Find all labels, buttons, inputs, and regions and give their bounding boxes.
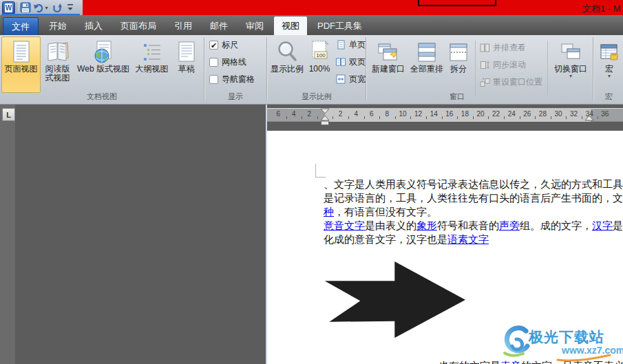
tab-mailings[interactable]: 邮件: [202, 17, 235, 35]
view-side-by-side-button[interactable]: 并排查看: [478, 41, 527, 54]
page-view-button[interactable]: 页面视图: [1, 36, 41, 93]
horizontal-ruler[interactable]: 64224681012141618202224262830323436: [267, 108, 623, 122]
hyperlink[interactable]: 汉字: [592, 220, 613, 231]
ruler-number: 34: [584, 110, 594, 118]
zoom-100-button[interactable]: 100 100%: [306, 36, 333, 93]
read-view-icon: [46, 39, 70, 65]
zoom-button-label: 显示比例: [271, 65, 304, 74]
word-logo-letter: W: [5, 3, 12, 12]
group-show: ✔ 标尺 网格线 导航窗格 显示: [205, 35, 266, 104]
view-side-by-side-icon: [480, 43, 490, 53]
one-page-button[interactable]: 单页: [334, 38, 367, 52]
watermark-site-name: 极光下载站: [529, 328, 604, 347]
ruler-number: 16: [445, 110, 454, 118]
page-canvas[interactable]: 、文字是人类用表义符号记录表达信息以传之，久远的方式和工具。现代文字多是记录语言…: [267, 131, 623, 364]
hyperlink[interactable]: 声旁: [499, 220, 520, 231]
web-view-button[interactable]: Web 版式视图: [74, 36, 132, 93]
hyperlink[interactable]: 意音文字: [324, 220, 365, 231]
text-line: 种，有语言但没有文字。: [324, 205, 437, 219]
group-macros: 宏 ▾ 宏: [594, 35, 623, 104]
two-pages-button[interactable]: 双页: [334, 55, 367, 69]
ruler-checkbox-label: 标尺: [222, 39, 238, 51]
ruler-number: 6: [273, 110, 283, 118]
gridlines-checkbox-row[interactable]: 网格线: [209, 56, 246, 68]
synchronous-scrolling-button[interactable]: 同步滚动: [478, 58, 527, 72]
watermark-logo-icon: [501, 325, 530, 361]
ruler-number: 14: [429, 110, 439, 118]
tab-pdf-tools[interactable]: PDF工具集: [310, 17, 370, 35]
arrange-all-icon: [416, 39, 437, 65]
read-view-button[interactable]: 阅读版式视图: [41, 36, 74, 93]
ruler-tick: [426, 116, 427, 119]
tab-insert[interactable]: 插入: [77, 17, 110, 35]
switch-windows-button[interactable]: 切换窗口 ▾: [551, 36, 590, 93]
macros-button[interactable]: 宏 ▾: [598, 36, 621, 93]
text-run: 组。成的文字，: [520, 220, 592, 231]
text-run: 是由表义的: [365, 220, 416, 231]
ruler-tick: [566, 116, 567, 119]
undo-dropdown[interactable]: ▾: [43, 1, 50, 14]
left-margin-strip: [0, 105, 15, 364]
ruler-checkbox[interactable]: ✔: [209, 41, 218, 50]
censor-rectangle: [418, 0, 496, 6]
word-app-icon[interactable]: W: [2, 1, 15, 14]
new-window-button[interactable]: 新建窗口: [369, 36, 408, 93]
tab-references[interactable]: 引用: [167, 17, 200, 35]
two-pages-icon: [335, 56, 346, 67]
customize-quick-access-icon: [67, 3, 74, 12]
hanging-indent-marker[interactable]: [321, 116, 329, 120]
save-icon: [20, 2, 31, 13]
reset-window-position-icon: [480, 77, 490, 87]
hyperlink[interactable]: 语素文字: [447, 233, 489, 245]
draft-view-icon: [178, 39, 196, 65]
outline-view-icon: [142, 39, 162, 65]
page-width-icon: [335, 74, 346, 85]
one-page-label: 单页: [349, 41, 366, 50]
ruler-number: 4: [351, 110, 361, 118]
zoom-button[interactable]: 显示比例: [269, 36, 305, 93]
macros-icon: [600, 39, 619, 65]
undo-caret-icon: ▾: [45, 5, 47, 11]
tab-page-layout[interactable]: 页面布局: [113, 17, 164, 35]
hyperlink[interactable]: 种: [324, 206, 334, 217]
view-side-by-side-label: 并排查看: [493, 43, 526, 52]
ruler-tick: [473, 116, 474, 119]
ribbon: 页面视图 阅读版式视图: [0, 35, 623, 105]
save-button[interactable]: [19, 1, 32, 14]
gridlines-checkbox[interactable]: [209, 58, 218, 67]
read-view-label: 阅读版式视图: [42, 65, 73, 83]
text-run: ，有语言但没有文字。: [334, 206, 437, 217]
split-button[interactable]: 拆分: [445, 36, 472, 93]
undo-button[interactable]: [32, 1, 43, 14]
first-line-indent-marker[interactable]: [321, 109, 329, 114]
left-indent-marker[interactable]: [321, 121, 329, 125]
tab-home[interactable]: 开始: [41, 17, 74, 35]
customize-quick-access-button[interactable]: [65, 1, 76, 14]
navigation-pane-checkbox-row[interactable]: 导航窗格: [209, 73, 255, 85]
ruler-number: 8: [382, 110, 392, 118]
page-width-button[interactable]: 页宽: [334, 72, 367, 86]
notched-right-arrow-shape[interactable]: [317, 255, 472, 344]
outline-view-button[interactable]: 大纲视图: [133, 36, 171, 93]
group-zoom: 显示比例 100 100% 单页: [268, 35, 366, 104]
ruler-checkbox-row[interactable]: ✔ 标尺: [209, 39, 238, 51]
page-view-label: 页面视图: [5, 65, 38, 74]
hyperlink[interactable]: 象形: [416, 220, 437, 231]
group-label-window: 窗口: [367, 92, 547, 102]
draft-view-button[interactable]: 草稿: [171, 36, 202, 93]
redo-button[interactable]: [51, 1, 63, 14]
navigation-pane-checkbox[interactable]: [209, 75, 218, 84]
draft-view-label: 草稿: [178, 65, 195, 74]
arrange-all-button[interactable]: 全部重排: [408, 36, 446, 93]
tab-stop-selector[interactable]: L: [2, 108, 15, 121]
redo-icon: [52, 3, 62, 13]
text-line: 是记录语言的，工具，人类往往先有口头的语言后产生书面的，文字，很多小语: [324, 191, 623, 205]
zoom-100-badge: 100: [316, 52, 326, 58]
tab-review[interactable]: 审阅: [238, 17, 271, 35]
undo-icon: [33, 3, 43, 13]
reset-window-position-button[interactable]: 重设窗口位置: [478, 75, 544, 89]
tab-file[interactable]: 文件: [3, 17, 39, 35]
qat-separator: [17, 2, 17, 13]
tab-view[interactable]: 视图: [274, 17, 307, 35]
text-run: 符号和表音的: [437, 220, 499, 231]
